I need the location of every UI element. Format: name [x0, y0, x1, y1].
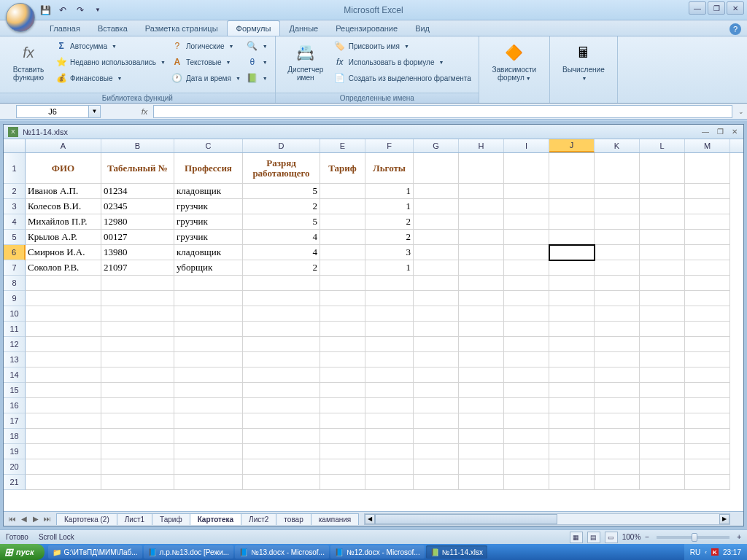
col-header-J[interactable]: J [549, 139, 595, 152]
cell-A18[interactable] [26, 429, 101, 444]
cell-M5[interactable] [685, 230, 730, 245]
cell-I17[interactable] [504, 413, 549, 429]
cell-I14[interactable] [504, 368, 549, 383]
cell-J7[interactable] [549, 260, 595, 276]
cell-E12[interactable] [320, 337, 365, 352]
cell-A15[interactable] [26, 383, 101, 398]
cell-L2[interactable] [640, 184, 685, 199]
cell-H1[interactable] [459, 153, 504, 184]
cell-C15[interactable] [174, 383, 243, 398]
cell-J3[interactable] [549, 199, 595, 214]
cell-L18[interactable] [640, 429, 685, 444]
cell-G15[interactable] [414, 383, 459, 398]
row-header-1[interactable]: 1 [4, 153, 26, 184]
task-item-1[interactable]: 📘л.р.№13.doc [Режи... [144, 545, 234, 559]
workbook-title-bar[interactable]: X №11-14.xlsx — ❐ ✕ [4, 125, 743, 139]
hscroll-thumb[interactable] [375, 514, 557, 524]
cell-I2[interactable] [504, 184, 549, 199]
cell-M9[interactable] [685, 291, 730, 306]
cell-L10[interactable] [640, 306, 685, 322]
row-header-9[interactable]: 9 [4, 291, 26, 306]
cell-E9[interactable] [320, 291, 365, 306]
cell-B16[interactable] [101, 398, 174, 413]
cell-L21[interactable] [640, 475, 685, 490]
tab-2[interactable]: Разметка страницы [136, 20, 227, 36]
cell-K5[interactable] [595, 230, 640, 245]
cell-K11[interactable] [595, 322, 640, 337]
row-header-16[interactable]: 16 [4, 398, 26, 413]
view-pagebreak-icon[interactable]: ▭ [605, 532, 618, 543]
cell-H15[interactable] [459, 383, 504, 398]
cell-M21[interactable] [685, 475, 730, 490]
row-header-20[interactable]: 20 [4, 459, 26, 475]
row-header-2[interactable]: 2 [4, 184, 26, 199]
tab-1[interactable]: Вставка [89, 20, 136, 36]
cell-G8[interactable] [414, 276, 459, 291]
cell-I4[interactable] [504, 214, 549, 230]
cell-M13[interactable] [685, 352, 730, 368]
cell-B5[interactable]: 00127 [101, 230, 174, 245]
cell-K15[interactable] [595, 383, 640, 398]
cell-L5[interactable] [640, 230, 685, 245]
cell-J8[interactable] [549, 276, 595, 291]
cell-E11[interactable] [320, 322, 365, 337]
col-header-B[interactable]: B [101, 139, 174, 152]
cell-I21[interactable] [504, 475, 549, 490]
cell-M14[interactable] [685, 368, 730, 383]
cell-M20[interactable] [685, 459, 730, 475]
zoom-level[interactable]: 100% [622, 533, 641, 541]
cell-F18[interactable] [365, 429, 414, 444]
cell-E4[interactable] [320, 214, 365, 230]
cell-A13[interactable] [26, 352, 101, 368]
cell-H5[interactable] [459, 230, 504, 245]
cell-C6[interactable]: кладовщик [174, 245, 243, 260]
cell-A19[interactable] [26, 444, 101, 459]
cell-A20[interactable] [26, 459, 101, 475]
cell-M6[interactable] [685, 245, 730, 260]
cell-A3[interactable]: Колесов В.И. [26, 199, 101, 214]
cell-I16[interactable] [504, 398, 549, 413]
cell-H17[interactable] [459, 413, 504, 429]
cell-J11[interactable] [549, 322, 595, 337]
cell-I19[interactable] [504, 444, 549, 459]
cell-L7[interactable] [640, 260, 685, 276]
cell-B18[interactable] [101, 429, 174, 444]
cell-C8[interactable] [174, 276, 243, 291]
cell-F11[interactable] [365, 322, 414, 337]
cell-L16[interactable] [640, 398, 685, 413]
cell-D4[interactable]: 5 [243, 214, 320, 230]
cell-L12[interactable] [640, 337, 685, 352]
cell-E14[interactable] [320, 368, 365, 383]
cell-I18[interactable] [504, 429, 549, 444]
cell-C2[interactable]: кладовщик [174, 184, 243, 199]
grid-body[interactable]: 1ФИОТабельный №ПрофессияРазряд работающе… [4, 153, 743, 511]
cell-J16[interactable] [549, 398, 595, 413]
sheet-tab-6[interactable]: кампания [311, 513, 360, 525]
cell-I1[interactable] [504, 153, 549, 184]
view-layout-icon[interactable]: ▤ [587, 532, 600, 543]
cell-K2[interactable] [595, 184, 640, 199]
cell-G2[interactable] [414, 184, 459, 199]
create-selection-button[interactable]: 📄Создать из выделенного фрагмента [331, 70, 474, 86]
cell-B17[interactable] [101, 413, 174, 429]
cell-H21[interactable] [459, 475, 504, 490]
logical-button[interactable]: ?Логические▼ [169, 38, 244, 54]
cell-C5[interactable]: грузчик [174, 230, 243, 245]
cell-B4[interactable]: 12980 [101, 214, 174, 230]
row-header-8[interactable]: 8 [4, 276, 26, 291]
cell-M1[interactable] [685, 153, 730, 184]
cell-J14[interactable] [549, 368, 595, 383]
col-header-I[interactable]: I [504, 139, 549, 152]
cell-F7[interactable]: 1 [365, 260, 414, 276]
cell-C18[interactable] [174, 429, 243, 444]
cell-M8[interactable] [685, 276, 730, 291]
cell-C20[interactable] [174, 459, 243, 475]
cell-C17[interactable] [174, 413, 243, 429]
lang-indicator[interactable]: RU [690, 548, 700, 556]
cell-H3[interactable] [459, 199, 504, 214]
cell-F3[interactable]: 1 [365, 199, 414, 214]
cell-M3[interactable] [685, 199, 730, 214]
cell-M2[interactable] [685, 184, 730, 199]
cell-L13[interactable] [640, 352, 685, 368]
cell-H11[interactable] [459, 322, 504, 337]
